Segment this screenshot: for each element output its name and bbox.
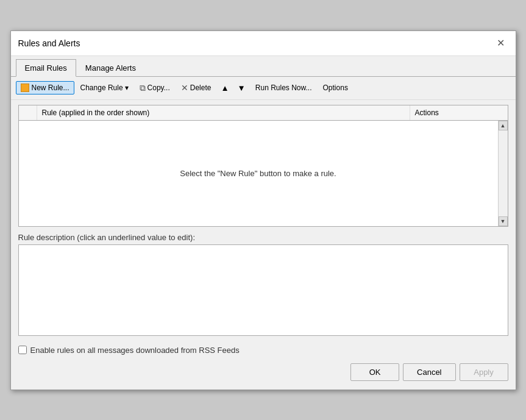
rules-table: Rule (applied in the order shown) Action…	[18, 105, 508, 227]
delete-icon: ✕	[181, 83, 188, 93]
dialog-title: Rules and Alerts	[18, 38, 80, 48]
tab-manage-alerts[interactable]: Manage Alerts	[76, 59, 145, 77]
copy-button[interactable]: ⧉ Copy...	[135, 80, 175, 96]
scroll-up-button[interactable]: ▲	[499, 121, 508, 130]
empty-message: Select the "New Rule" button to make a r…	[180, 169, 336, 178]
table-body: Select the "New Rule" button to make a r…	[19, 121, 498, 226]
table-rule-header: Rule (applied in the order shown)	[37, 105, 410, 120]
move-up-icon: ▲	[221, 84, 229, 93]
rule-description-box	[18, 244, 508, 336]
table-header: Rule (applied in the order shown) Action…	[19, 105, 508, 121]
toolbar: New Rule... Change Rule ▾ ⧉ Copy... ✕ De…	[11, 77, 516, 100]
move-up-button[interactable]: ▲	[217, 81, 232, 95]
rule-description-label: Rule description (click an underlined va…	[18, 233, 508, 242]
cancel-button[interactable]: Cancel	[403, 363, 455, 381]
copy-icon: ⧉	[140, 83, 146, 93]
table-actions-header: Actions	[410, 105, 508, 120]
scrollbar[interactable]: ▲ ▼	[498, 121, 508, 226]
new-rule-icon	[21, 84, 29, 92]
run-rules-button[interactable]: Run Rules Now...	[251, 81, 317, 94]
new-rule-button[interactable]: New Rule...	[16, 81, 74, 94]
close-button[interactable]: ✕	[494, 36, 508, 51]
tab-email-rules[interactable]: Email Rules	[16, 59, 76, 77]
tab-bar: Email Rules Manage Alerts	[11, 56, 516, 77]
rules-and-alerts-dialog: Rules and Alerts ✕ Email Rules Manage Al…	[10, 30, 516, 390]
delete-button[interactable]: ✕ Delete	[176, 80, 216, 95]
ok-button[interactable]: OK	[350, 363, 399, 381]
table-check-header	[19, 105, 37, 120]
footer-area: Enable rules on all messages downloaded …	[11, 341, 516, 390]
apply-button[interactable]: Apply	[460, 363, 508, 381]
title-bar: Rules and Alerts ✕	[11, 31, 516, 56]
rss-row: Enable rules on all messages downloaded …	[18, 346, 508, 355]
move-down-icon: ▼	[238, 84, 246, 93]
table-scroll-area: Select the "New Rule" button to make a r…	[19, 121, 508, 226]
options-button[interactable]: Options	[318, 81, 353, 94]
content-area: Rule (applied in the order shown) Action…	[11, 100, 516, 341]
button-row: OK Cancel Apply	[18, 360, 508, 385]
scroll-down-button[interactable]: ▼	[499, 216, 508, 226]
change-rule-button[interactable]: Change Rule ▾	[76, 81, 133, 94]
rss-checkbox[interactable]	[18, 346, 27, 354]
move-down-button[interactable]: ▼	[234, 81, 249, 95]
change-rule-dropdown-icon: ▾	[125, 84, 129, 92]
rss-label: Enable rules on all messages downloaded …	[30, 346, 240, 355]
